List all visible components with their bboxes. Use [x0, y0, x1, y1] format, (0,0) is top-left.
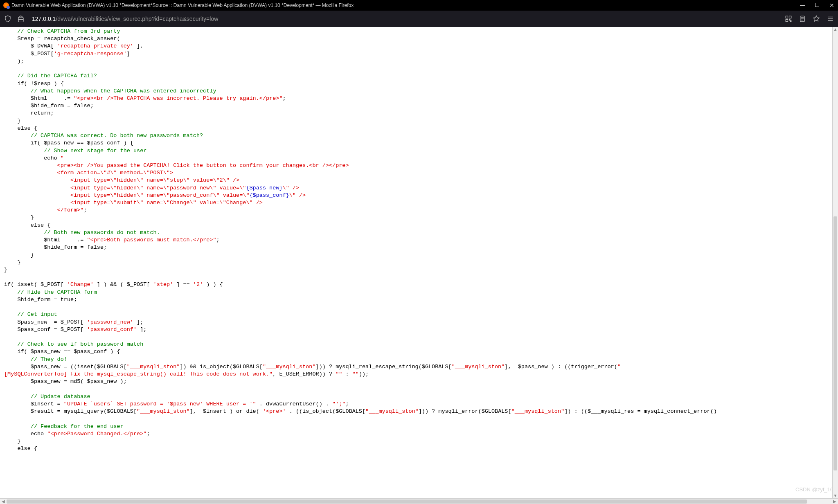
maximize-button[interactable] [814, 2, 820, 8]
vertical-scrollbar[interactable]: ▲ ▼ [832, 27, 838, 498]
window-title: Damn Vulnerable Web Application (DVWA) v… [11, 2, 800, 8]
vertical-scroll-thumb[interactable] [833, 216, 837, 470]
page-content: // Check CAPTCHA from 3rd party $resp = … [0, 27, 838, 498]
url-host: 127.0.0.1 [32, 16, 56, 22]
watermark: CSDN @zyf_16 [795, 486, 833, 493]
window-titlebar: Damn Vulnerable Web Application (DVWA) v… [0, 0, 838, 11]
scroll-up-arrow[interactable]: ▲ [833, 27, 838, 32]
svg-rect-4 [789, 20, 790, 20]
scroll-right-arrow[interactable]: ▶ [832, 499, 837, 504]
svg-rect-0 [18, 18, 23, 22]
scroll-left-arrow[interactable]: ◀ [1, 499, 6, 504]
browser-toolbar: 127.0.0.1/dvwa/vulnerabilities/view_sour… [0, 11, 838, 27]
bookmark-star-icon[interactable] [813, 15, 820, 22]
reader-icon[interactable] [799, 15, 806, 22]
close-button[interactable]: ✕ [829, 2, 835, 8]
horizontal-scroll-thumb[interactable] [7, 500, 807, 504]
url-path: /dvwa/vulnerabilities/view_source.php?id… [56, 16, 218, 22]
minimize-button[interactable] [800, 2, 805, 8]
svg-rect-5 [791, 21, 791, 22]
source-code: // Check CAPTCHA from 3rd party $resp = … [0, 27, 838, 457]
svg-rect-2 [789, 16, 791, 18]
lock-icon[interactable] [17, 15, 25, 22]
url-bar[interactable]: 127.0.0.1/dvwa/vulnerabilities/view_sour… [30, 16, 779, 22]
qr-icon[interactable] [785, 15, 792, 22]
svg-rect-3 [786, 20, 788, 22]
scroll-down-arrow[interactable]: ▼ [833, 493, 838, 498]
hamburger-menu-icon[interactable] [827, 15, 834, 22]
shield-icon[interactable] [4, 15, 11, 22]
window-controls: ✕ [800, 2, 835, 8]
firefox-icon [3, 2, 9, 8]
svg-rect-1 [786, 16, 788, 18]
horizontal-scrollbar[interactable]: ◀ ▶ [0, 498, 838, 504]
